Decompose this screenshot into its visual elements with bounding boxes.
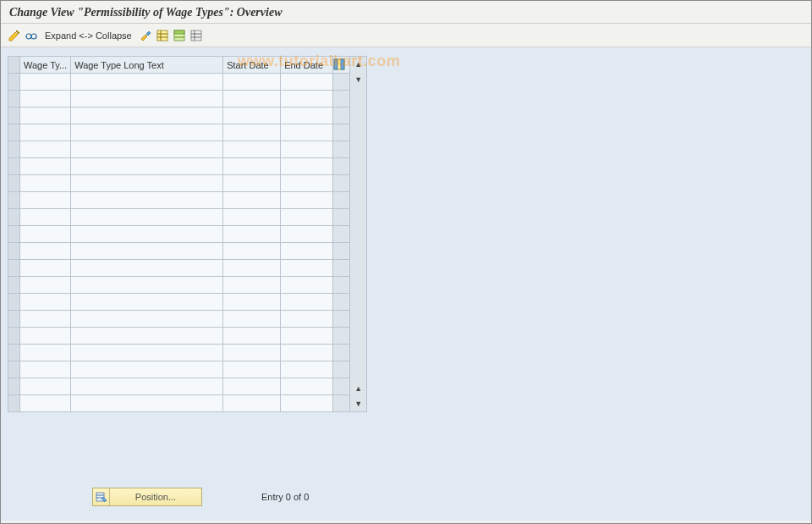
cell-end-date[interactable] xyxy=(281,209,333,226)
cell-wage-type[interactable] xyxy=(20,328,71,345)
cell-end-date[interactable] xyxy=(281,311,333,328)
cell-end-date[interactable] xyxy=(281,192,333,209)
cell-wage-type[interactable] xyxy=(20,345,71,361)
cell-long-text[interactable] xyxy=(71,158,223,175)
row-selector-header[interactable] xyxy=(8,57,20,74)
table-row[interactable] xyxy=(8,277,350,294)
cell-wage-type[interactable] xyxy=(20,124,71,141)
cell-end-date[interactable] xyxy=(281,328,333,345)
cell-end-date[interactable] xyxy=(281,91,333,108)
column-header-end-date[interactable]: End Date xyxy=(281,57,333,74)
cell-end-date[interactable] xyxy=(281,294,333,311)
cell-long-text[interactable] xyxy=(71,328,223,345)
cell-wage-type[interactable] xyxy=(20,158,71,175)
cell-end-date[interactable] xyxy=(281,277,333,294)
cell-start-date[interactable] xyxy=(223,328,281,345)
scroll-page-up-icon[interactable]: ▼ xyxy=(351,72,366,87)
cell-long-text[interactable] xyxy=(71,260,223,277)
cell-end-date[interactable] xyxy=(281,124,333,141)
table-row[interactable] xyxy=(8,175,350,192)
cell-start-date[interactable] xyxy=(223,74,281,91)
cell-start-date[interactable] xyxy=(223,311,281,328)
cell-start-date[interactable] xyxy=(223,361,281,378)
scroll-line-down-icon[interactable]: ▼ xyxy=(351,396,366,411)
cell-wage-type[interactable] xyxy=(20,74,71,91)
table-row[interactable] xyxy=(8,260,350,277)
scroll-page-down-icon[interactable]: ▲ xyxy=(351,381,366,396)
column-header-long-text[interactable]: Wage Type Long Text xyxy=(71,57,223,74)
table-row[interactable] xyxy=(8,91,350,108)
table-row[interactable] xyxy=(8,378,350,395)
cell-start-date[interactable] xyxy=(223,141,281,158)
cell-wage-type[interactable] xyxy=(20,311,71,328)
cell-wage-type[interactable] xyxy=(20,378,71,395)
expand-collapse-button[interactable]: Expand <-> Collapse xyxy=(41,30,135,41)
cell-start-date[interactable] xyxy=(223,124,281,141)
glasses-icon[interactable] xyxy=(25,29,38,42)
cell-start-date[interactable] xyxy=(223,260,281,277)
select-block-icon[interactable] xyxy=(173,29,186,42)
cell-long-text[interactable] xyxy=(71,311,223,328)
column-header-wage-type[interactable]: Wage Ty... xyxy=(20,57,71,74)
cell-wage-type[interactable] xyxy=(20,91,71,108)
row-selector[interactable] xyxy=(8,175,20,192)
cell-start-date[interactable] xyxy=(223,277,281,294)
delimit-icon[interactable] xyxy=(139,29,152,42)
cell-wage-type[interactable] xyxy=(20,260,71,277)
table-row[interactable] xyxy=(8,395,350,412)
cell-start-date[interactable] xyxy=(223,243,281,260)
cell-wage-type[interactable] xyxy=(20,192,71,209)
row-selector[interactable] xyxy=(8,209,20,226)
row-selector[interactable] xyxy=(8,141,20,158)
row-selector[interactable] xyxy=(8,277,20,294)
cell-start-date[interactable] xyxy=(223,158,281,175)
table-row[interactable] xyxy=(8,294,350,311)
cell-wage-type[interactable] xyxy=(20,243,71,260)
cell-end-date[interactable] xyxy=(281,361,333,378)
row-selector[interactable] xyxy=(8,243,20,260)
row-selector[interactable] xyxy=(8,226,20,243)
cell-long-text[interactable] xyxy=(71,243,223,260)
cell-wage-type[interactable] xyxy=(20,361,71,378)
position-button[interactable]: Position... xyxy=(92,488,202,506)
cell-long-text[interactable] xyxy=(71,74,223,91)
cell-long-text[interactable] xyxy=(71,277,223,294)
cell-start-date[interactable] xyxy=(223,209,281,226)
deselect-all-icon[interactable] xyxy=(189,29,203,42)
cell-wage-type[interactable] xyxy=(20,294,71,311)
row-selector[interactable] xyxy=(8,260,20,277)
cell-wage-type[interactable] xyxy=(20,175,71,192)
cell-end-date[interactable] xyxy=(281,158,333,175)
cell-end-date[interactable] xyxy=(281,260,333,277)
row-selector[interactable] xyxy=(8,91,20,108)
cell-long-text[interactable] xyxy=(71,124,223,141)
table-row[interactable] xyxy=(8,243,350,260)
cell-long-text[interactable] xyxy=(71,175,223,192)
cell-wage-type[interactable] xyxy=(20,226,71,243)
table-config-button[interactable] xyxy=(333,57,350,74)
table-row[interactable] xyxy=(8,124,350,141)
cell-start-date[interactable] xyxy=(223,378,281,395)
row-selector[interactable] xyxy=(8,158,20,175)
cell-wage-type[interactable] xyxy=(20,277,71,294)
cell-end-date[interactable] xyxy=(281,378,333,395)
table-row[interactable] xyxy=(8,345,350,361)
row-selector[interactable] xyxy=(8,108,20,124)
cell-start-date[interactable] xyxy=(223,192,281,209)
cell-wage-type[interactable] xyxy=(20,141,71,158)
row-selector[interactable] xyxy=(8,124,20,141)
cell-start-date[interactable] xyxy=(223,395,281,412)
cell-end-date[interactable] xyxy=(281,108,333,124)
cell-start-date[interactable] xyxy=(223,345,281,361)
cell-wage-type[interactable] xyxy=(20,209,71,226)
table-row[interactable] xyxy=(8,141,350,158)
cell-long-text[interactable] xyxy=(71,361,223,378)
edit-icon[interactable] xyxy=(8,29,21,42)
cell-end-date[interactable] xyxy=(281,74,333,91)
cell-end-date[interactable] xyxy=(281,175,333,192)
row-selector[interactable] xyxy=(8,345,20,361)
cell-end-date[interactable] xyxy=(281,141,333,158)
row-selector[interactable] xyxy=(8,395,20,412)
cell-long-text[interactable] xyxy=(71,378,223,395)
row-selector[interactable] xyxy=(8,361,20,378)
